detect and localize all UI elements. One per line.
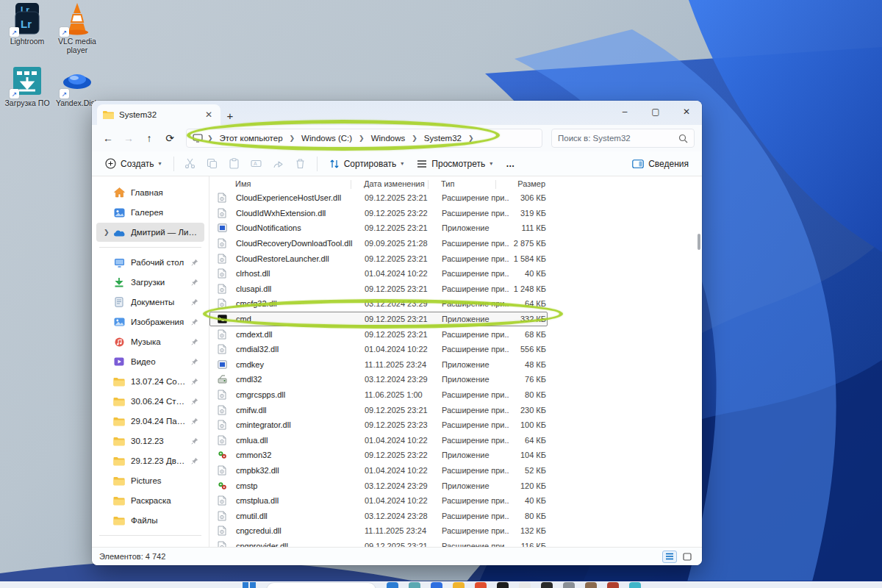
sidebar-item[interactable]: Музыка — [96, 332, 204, 351]
taskbar-app-icon-3[interactable] — [431, 582, 442, 588]
sidebar-item[interactable]: 29.12.23 Дворцовая — [96, 451, 204, 470]
titlebar[interactable]: System32 ✕ + – ▢ ✕ — [92, 101, 702, 125]
sort-button[interactable]: Сортировать ▾ — [323, 155, 410, 173]
maximize-button[interactable]: ▢ — [640, 101, 671, 123]
back-button[interactable]: ← — [99, 129, 117, 147]
paste-button[interactable] — [224, 154, 245, 173]
breadcrumb-item[interactable]: Windows (C:) — [298, 132, 356, 144]
sidebar-item[interactable]: Главная — [96, 183, 204, 202]
sidebar-item[interactable]: 30.12.23 — [96, 431, 204, 451]
file-row-cmgrcspps.dll[interactable]: cmgrcspps.dll11.06.2025 1:00Расширение п… — [209, 387, 548, 403]
search-box[interactable] — [551, 129, 695, 148]
column-header-date[interactable]: Дата изменения — [364, 179, 441, 188]
breadcrumb-item[interactable]: Этот компьютер — [216, 132, 287, 144]
sidebar-item[interactable]: ❯Яндекс Диск - dmitry.hva — [96, 541, 204, 547]
file-row-CloudRestoreLauncher.dll[interactable]: CloudRestoreLauncher.dll09.12.2025 23:21… — [209, 251, 548, 266]
file-row-CloudIdWxhExtension.dll[interactable]: CloudIdWxhExtension.dll09.12.2025 23:22Р… — [209, 206, 548, 221]
file-row-clrhost.dll[interactable]: clrhost.dll01.04.2024 10:22Расширение пр… — [209, 266, 548, 282]
file-row-cmutil.dll[interactable]: cmutil.dll03.12.2024 23:28Расширение при… — [209, 508, 548, 523]
taskbar-app-icon-12[interactable] — [629, 582, 641, 588]
start-icon[interactable] — [243, 582, 256, 588]
minimize-button[interactable]: – — [609, 101, 640, 123]
file-row-cmdext.dll[interactable]: cmdext.dll09.12.2025 23:21Расширение при… — [209, 326, 548, 342]
desktop-shortcut-1[interactable]: LrLr↗Lightroom — [4, 3, 50, 54]
sidebar-item[interactable]: Галерея — [96, 203, 204, 222]
sidebar-item[interactable]: Изображения — [96, 312, 204, 331]
new-button[interactable]: Создать ▾ — [99, 154, 168, 173]
file-row-cmd[interactable]: cmd09.12.2025 23:21Приложение332 КБ — [209, 312, 548, 327]
file-row-cngcredui.dll[interactable]: cngcredui.dll11.11.2025 23:24Расширение … — [209, 523, 548, 539]
taskbar-app-icon-11[interactable] — [607, 582, 619, 588]
file-row-cmstplua.dll[interactable]: cmstplua.dll01.04.2024 10:22Расширение п… — [209, 493, 548, 509]
sidebar-item[interactable]: Раскраска — [96, 491, 204, 510]
file-row-cmifw.dll[interactable]: cmifw.dll09.12.2025 23:21Расширение при.… — [209, 402, 548, 417]
copy-button[interactable] — [202, 154, 223, 173]
rename-button[interactable]: A — [246, 154, 267, 173]
taskbar-app-icon-9[interactable] — [563, 582, 575, 588]
sidebar-item[interactable]: Загрузки — [96, 273, 204, 292]
file-row-cmpbk32.dll[interactable]: cmpbk32.dll01.04.2024 10:22Расширение пр… — [209, 463, 548, 478]
file-row-cmmon32[interactable]: cmmon3209.12.2025 23:22Приложение104 КБ — [209, 448, 548, 463]
taskbar-app-icon-10[interactable] — [585, 582, 597, 588]
refresh-button[interactable]: ⟳ — [161, 129, 179, 147]
sidebar-item[interactable]: 30.06.24 Старая Ладога — [96, 392, 204, 411]
column-header-type[interactable]: Тип — [441, 179, 509, 188]
view-button[interactable]: Просмотреть ▾ — [411, 155, 498, 173]
taskbar-app-icon-2[interactable] — [409, 582, 420, 588]
file-row-clusapi.dll[interactable]: clusapi.dll09.12.2025 23:21Расширение пр… — [209, 282, 548, 297]
tab-system32[interactable]: System32 ✕ — [97, 104, 220, 125]
vertical-scrollbar[interactable] — [698, 234, 700, 250]
file-row-cmlua.dll[interactable]: cmlua.dll01.04.2024 10:22Расширение при.… — [209, 433, 548, 448]
taskbar-app-icon-5[interactable] — [475, 582, 487, 588]
taskbar-app-icon-8[interactable] — [541, 582, 553, 588]
details-pane-button[interactable]: Сведения — [626, 155, 695, 173]
file-row-cmdl32[interactable]: cmdl3203.12.2024 23:29Приложение76 КБ — [209, 372, 548, 387]
forward-button[interactable]: → — [120, 129, 137, 147]
icons-view-button[interactable] — [680, 551, 695, 563]
details-view-button[interactable] — [662, 551, 677, 563]
close-button[interactable]: ✕ — [671, 101, 702, 123]
sidebar-item[interactable]: Документы — [96, 293, 204, 312]
column-header-name[interactable]: Имя — [235, 179, 364, 188]
desktop-shortcut-2[interactable]: ↗VLC media player — [54, 3, 100, 54]
cut-button[interactable] — [180, 154, 201, 173]
sidebar-item[interactable]: Видео — [96, 352, 204, 371]
column-divider[interactable] — [495, 180, 496, 189]
search-icon[interactable] — [678, 134, 688, 143]
taskbar-app-icon-1[interactable] — [387, 582, 398, 588]
new-tab-button[interactable]: + — [220, 106, 240, 125]
desktop-shortcut-4[interactable]: ↗Yandex.Disk — [54, 65, 100, 107]
file-row-cmstp[interactable]: cmstp03.12.2024 23:29Приложение120 КБ — [209, 478, 548, 493]
column-divider[interactable] — [351, 180, 351, 189]
file-row-cmintegrator.dll[interactable]: cmintegrator.dll09.12.2025 23:23Расширен… — [209, 417, 548, 433]
search-input[interactable] — [558, 134, 678, 143]
taskbar-app-icon-4[interactable] — [453, 582, 465, 588]
file-row-cmdial32.dll[interactable]: cmdial32.dll01.04.2024 10:22Расширение п… — [209, 342, 548, 357]
up-button[interactable]: ↑ — [140, 129, 158, 147]
share-button[interactable] — [268, 154, 289, 173]
file-row-cngprovider.dll[interactable]: cngprovider.dll09.12.2025 23:21Расширени… — [209, 539, 548, 547]
file-row-cmcfg32.dll[interactable]: cmcfg32.dll03.12.2024 23:29Расширение пр… — [209, 296, 548, 312]
file-row-CloudNotifications[interactable]: CloudNotifications09.12.2025 23:21Прилож… — [209, 220, 548, 236]
sidebar-item[interactable]: Pictures — [96, 471, 204, 490]
more-options-button[interactable]: … — [500, 159, 521, 169]
taskbar[interactable] — [0, 581, 882, 588]
breadcrumb[interactable]: ❯Этот компьютер❯Windows (C:)❯Windows❯Sys… — [186, 129, 542, 148]
column-header-size[interactable]: Размер — [509, 179, 545, 188]
sidebar-item[interactable]: Файлы — [96, 511, 204, 530]
sidebar-item[interactable]: 13.07.24 Сосновый бор — [96, 372, 204, 391]
chevron-right-icon[interactable]: ❯ — [104, 229, 112, 236]
sidebar-item[interactable]: Рабочий стол — [96, 253, 204, 272]
delete-button[interactable] — [290, 154, 311, 173]
file-row-CloudExperienceHostUser.dll[interactable]: CloudExperienceHostUser.dll09.12.2025 23… — [209, 190, 548, 206]
sidebar-item[interactable]: 29.04.24 Павловск — [96, 412, 204, 431]
tab-close-icon[interactable]: ✕ — [203, 109, 215, 121]
desktop-shortcut-3[interactable]: ↗Загрузка ПО — [4, 65, 50, 107]
file-row-cmdkey[interactable]: cmdkey11.11.2025 23:24Приложение48 КБ — [209, 357, 548, 373]
breadcrumb-item[interactable]: System32 — [420, 132, 465, 144]
taskbar-app-icon-6[interactable] — [497, 582, 509, 588]
taskbar-search-field[interactable] — [266, 582, 376, 588]
sidebar-item[interactable]: ❯Дмитрий — Личное — [96, 223, 204, 242]
taskbar-app-icon-7[interactable] — [519, 582, 531, 588]
column-divider[interactable] — [428, 180, 429, 189]
